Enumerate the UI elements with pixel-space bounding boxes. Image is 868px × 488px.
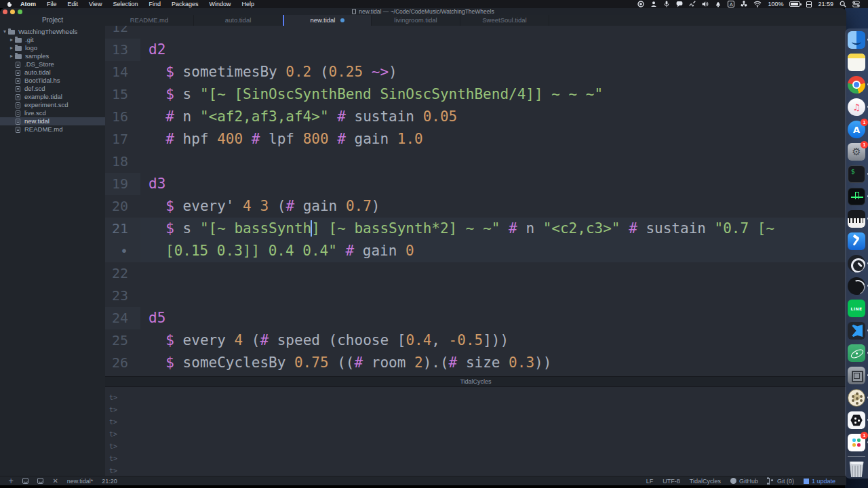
- record-icon[interactable]: [637, 1, 644, 7]
- dock-trash[interactable]: [848, 461, 865, 479]
- folder-icon: [15, 38, 22, 43]
- bell-icon[interactable]: [715, 1, 722, 7]
- line-number: 14: [105, 61, 140, 83]
- code-line-21[interactable]: 21 $ s "[~ bassSynth] [~ bassSynth*2] ~ …: [105, 218, 846, 240]
- fan-icon[interactable]: [741, 1, 747, 7]
- tree-item-example.tidal[interactable]: example.tidal: [0, 93, 105, 101]
- dock-swirl-app[interactable]: [848, 277, 865, 295]
- tree-item-.git[interactable]: ▸.git: [0, 36, 105, 44]
- terminal-icon: $: [848, 165, 865, 183]
- dock-midi-keyboard[interactable]: [848, 210, 865, 228]
- menu-packages[interactable]: Packages: [172, 1, 199, 7]
- tab-readme.md[interactable]: README.md: [105, 15, 194, 26]
- menu-find[interactable]: Find: [149, 1, 161, 7]
- package-icon: [804, 479, 809, 484]
- dock-notes[interactable]: [848, 54, 865, 71]
- code-line-14[interactable]: 14 $ sometimesBy 0.2 (0.25 ~>): [105, 61, 846, 83]
- status-lf[interactable]: LF: [646, 478, 654, 485]
- code-line-19[interactable]: 19d3: [105, 173, 846, 195]
- voice-control-icon[interactable]: [650, 1, 657, 7]
- code-line-25[interactable]: 25 $ every 4 (# speed (choose [0.4, -0.5…: [105, 329, 846, 352]
- terminal-instance-icon[interactable]: [22, 478, 28, 484]
- dock-reel-app[interactable]: [848, 389, 865, 407]
- menu-edit[interactable]: Edit: [68, 1, 79, 7]
- status-github[interactable]: GitHub: [730, 478, 758, 485]
- tree-item-.ds_store[interactable]: .DS_Store: [0, 60, 105, 68]
- code-line-15[interactable]: 15 $ s "[~ [SinOscSynthBend SinOscSynthB…: [105, 83, 846, 106]
- tab-sweetsoul.tidal[interactable]: SweetSoul.tidal: [460, 15, 549, 26]
- status-git-0-[interactable]: Git (0): [768, 478, 794, 485]
- dock-quicktime[interactable]: [848, 255, 865, 272]
- tab-livingroom.tidal[interactable]: livingroom.tidal: [372, 15, 460, 26]
- control-center-icon[interactable]: [852, 1, 860, 7]
- input-source-icon[interactable]: A: [728, 1, 734, 7]
- tab-auto.tidal[interactable]: auto.tidal: [194, 15, 283, 26]
- menu-file[interactable]: File: [47, 1, 57, 7]
- dock-cube-app[interactable]: [848, 367, 865, 384]
- menu-selection[interactable]: Selection: [113, 1, 138, 7]
- dock-hexagon-nodes-app[interactable]: [848, 411, 865, 429]
- code-line-12[interactable]: 12: [105, 26, 846, 39]
- tree-item-def.scd[interactable]: def.scd: [0, 85, 105, 93]
- cursor-position[interactable]: 21:20: [102, 478, 117, 485]
- tab-new.tidal[interactable]: new.tidal: [283, 15, 372, 26]
- dock-atom[interactable]: [848, 344, 865, 362]
- dock-finder[interactable]: [848, 31, 865, 49]
- code-line-•[interactable]: •[0.15 0.3]] 0.4 0.4" # gain 0: [105, 240, 846, 262]
- new-terminal-button[interactable]: +: [8, 478, 14, 485]
- file-icon: [16, 102, 20, 108]
- status-file-name[interactable]: new.tidal*: [67, 478, 94, 485]
- dock-line[interactable]: LINE: [848, 300, 865, 317]
- apple-menu-icon[interactable]: [7, 1, 12, 7]
- tree-view-panel: Project ▾WatchingTheWheels▸.git▸logo▸sam…: [0, 15, 105, 483]
- chat-bubble-icon[interactable]: [676, 1, 683, 7]
- code-line-16[interactable]: 16 # n "<af2,af3,af4>" # sustain 0.05: [105, 106, 846, 128]
- code-line-24[interactable]: 24d5: [105, 307, 846, 329]
- status-tidalcycles[interactable]: TidalCycles: [690, 478, 721, 485]
- window-title-bar[interactable]: new.tidal — ~/Code/CodeMusic/WatchingThe…: [0, 8, 846, 15]
- menu-window[interactable]: Window: [209, 1, 231, 7]
- dock-chrome[interactable]: [848, 76, 865, 94]
- code-line-23[interactable]: 23: [105, 285, 846, 307]
- tree-item-new.tidal[interactable]: new.tidal: [0, 117, 105, 125]
- menu-view[interactable]: View: [89, 1, 102, 7]
- code-line-18[interactable]: 18: [105, 150, 846, 173]
- tree-item-experiment.scd[interactable]: experiment.scd: [0, 101, 105, 109]
- status-utf-8[interactable]: UTF-8: [663, 478, 680, 485]
- code-line-13[interactable]: 13d2: [105, 39, 846, 61]
- line-number: 23: [105, 285, 140, 307]
- dock-terminal[interactable]: $: [848, 165, 865, 183]
- status-1-update[interactable]: 1 update: [804, 478, 835, 485]
- tree-item-boottidal.hs[interactable]: BootTidal.hs: [0, 77, 105, 85]
- tree-item-live.scd[interactable]: live.scd: [0, 109, 105, 117]
- code-line-20[interactable]: 20 $ every' 4 3 (# gain 0.7): [105, 195, 846, 218]
- signature-pen-icon[interactable]: [689, 1, 696, 7]
- code-editor[interactable]: 1213d214 $ sometimesBy 0.2 (0.25 ~>)15 $…: [105, 26, 846, 376]
- dock-app-store[interactable]: A1: [848, 121, 865, 138]
- tree-item-samples[interactable]: ▸samples: [0, 52, 105, 60]
- tidalcycles-console[interactable]: t>t>t>t>t>t>t>: [105, 387, 846, 483]
- tidalcycles-panel-header[interactable]: TidalCycles: [105, 376, 846, 387]
- spotlight-search-icon[interactable]: [840, 1, 846, 7]
- terminal-instance-icon[interactable]: [37, 478, 43, 484]
- dock-xcode[interactable]: [848, 232, 865, 250]
- mic-icon[interactable]: [663, 1, 670, 7]
- code-line-17[interactable]: 17 # hpf 400 # lpf 800 # gain 1.0: [105, 128, 846, 150]
- tree-item-readme.md[interactable]: README.md: [0, 125, 105, 134]
- dock-oscilloscope[interactable]: [848, 188, 865, 205]
- tree-item-logo[interactable]: ▸logo: [0, 44, 105, 52]
- dock-slack[interactable]: 1: [848, 434, 865, 451]
- wifi-icon[interactable]: [753, 1, 762, 7]
- dock-music[interactable]: ♫: [848, 98, 865, 116]
- menu-atom[interactable]: Atom: [20, 1, 36, 7]
- menu-help[interactable]: Help: [241, 1, 254, 7]
- volume-icon[interactable]: [702, 1, 709, 7]
- menu-clock[interactable]: 21:59: [818, 1, 833, 7]
- code-line-26[interactable]: 26 $ someCyclesBy 0.75 ((# room 2).(# si…: [105, 352, 846, 374]
- code-line-22[interactable]: 22: [105, 262, 846, 285]
- dock-vscode[interactable]: [848, 322, 865, 340]
- tree-item-auto.tidal[interactable]: auto.tidal: [0, 68, 105, 77]
- close-terminal-button[interactable]: ✕: [52, 478, 58, 485]
- tree-item-watchingthewheels[interactable]: ▾WatchingTheWheels: [0, 28, 105, 36]
- dock-system-preferences[interactable]: ⚙1: [848, 143, 865, 161]
